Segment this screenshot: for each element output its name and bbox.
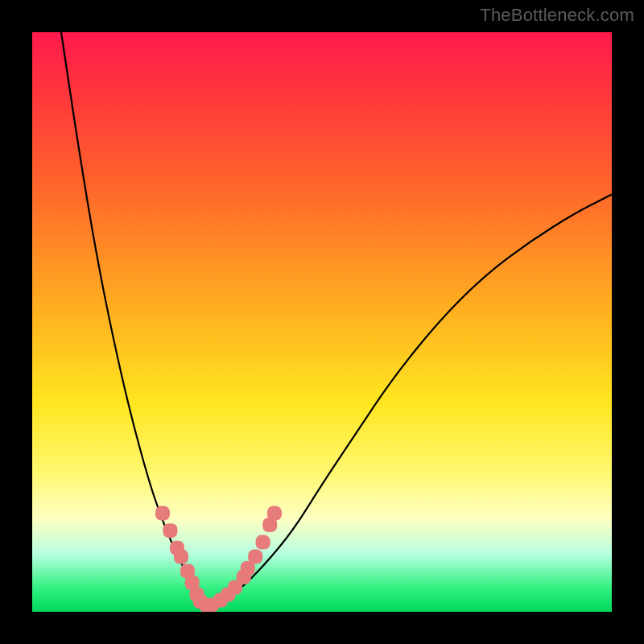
curve-marker (163, 523, 177, 538)
curve-marker (190, 587, 204, 601)
curve-marker (199, 597, 213, 612)
curve-marker (155, 506, 170, 521)
curve-marker (237, 570, 251, 584)
chart-svg (32, 32, 612, 612)
curve-marker (204, 597, 219, 612)
plot-area (32, 32, 612, 612)
curve-marker (248, 550, 262, 564)
watermark-text: TheBottleneck.com (480, 5, 634, 26)
curve-marker (256, 535, 270, 550)
curve-marker (228, 580, 242, 595)
curve-marker (170, 541, 184, 555)
curve-marker (221, 587, 235, 601)
curve-marker (193, 594, 208, 609)
figure-root: TheBottleneck.com (0, 0, 644, 644)
curve-marker (267, 506, 282, 521)
marker-group (155, 506, 282, 612)
curve-marker (185, 576, 200, 590)
curve-marker (180, 564, 195, 579)
curve-marker (241, 561, 255, 576)
curve-marker (174, 550, 188, 564)
curve-marker (262, 518, 277, 532)
curve-marker (213, 593, 228, 608)
main-curve (61, 32, 612, 605)
